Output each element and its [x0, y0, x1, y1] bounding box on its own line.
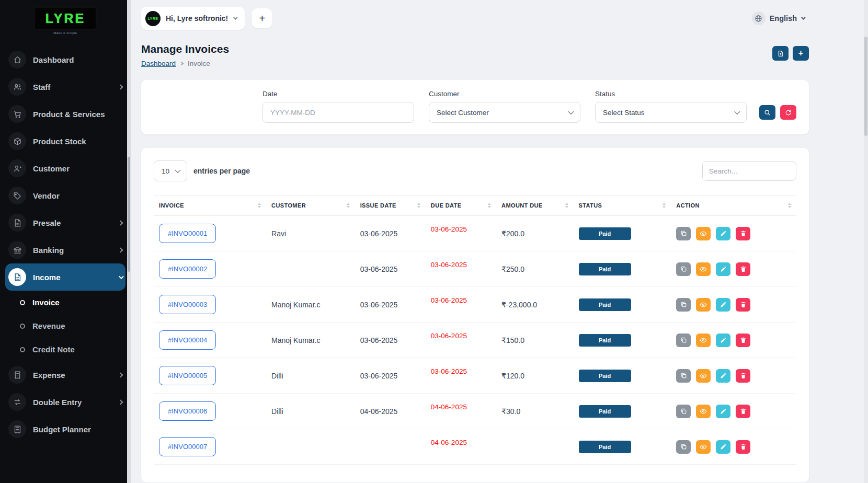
customer-select[interactable]: Select Customer [429, 102, 580, 123]
issue-date-cell: 03-06-2025 [355, 216, 426, 251]
sidebar-item-customer[interactable]: Customer [5, 155, 125, 182]
edit-button[interactable] [716, 369, 730, 383]
pencil-icon [720, 443, 727, 450]
status-badge: Paid [579, 370, 631, 382]
sidebar-item-income[interactable]: Income [5, 263, 125, 291]
sidebar-subitem-label: Credit Note [32, 345, 75, 354]
sidebar-subitem-revenue[interactable]: Revenue [5, 314, 125, 338]
status-select[interactable]: Select Status [595, 102, 747, 123]
view-button[interactable] [696, 334, 711, 347]
topbar-add-button[interactable]: + [252, 8, 272, 28]
sort-icon[interactable] [417, 203, 420, 208]
sort-icon[interactable] [788, 203, 791, 208]
view-button[interactable] [696, 262, 711, 276]
status-badge: Paid [579, 441, 631, 453]
invoice-number-button[interactable]: #INVO00003 [159, 295, 216, 314]
sidebar-scrollbar[interactable] [127, 0, 131, 483]
delete-button[interactable] [736, 334, 750, 347]
page-content: Manage Invoices Dashboard Invoice + Date [131, 37, 868, 482]
invoice-number-button[interactable]: #INVO00006 [159, 401, 216, 421]
customer-select-wrap: Select Customer [429, 102, 580, 123]
sidebar-scrollbar-thumb[interactable] [128, 157, 130, 272]
invoice-number-button[interactable]: #INVO00004 [159, 330, 216, 350]
view-button[interactable] [696, 405, 711, 418]
invoice-number-button[interactable]: #INVO00007 [159, 437, 216, 456]
edit-button[interactable] [716, 405, 730, 418]
edit-button[interactable] [716, 334, 730, 347]
page-scrollbar-thumb[interactable] [864, 37, 867, 136]
sidebar-item-label: Income [33, 273, 61, 282]
topbar: LYRE Hi, Lyre softronic! + English [131, 0, 868, 37]
amount-due-cell: ₹120.0 [496, 358, 573, 394]
apply-filter-button[interactable] [759, 105, 775, 120]
sidebar-item-product-stock[interactable]: Product Stock [5, 128, 125, 155]
trash-icon [740, 230, 747, 237]
delete-button[interactable] [736, 440, 750, 454]
edit-button[interactable] [716, 262, 730, 276]
sidebar-item-label: Product Stock [33, 137, 86, 146]
duplicate-button[interactable] [676, 298, 691, 312]
sort-icon[interactable] [488, 203, 491, 208]
sort-icon[interactable] [347, 203, 350, 208]
duplicate-button[interactable] [676, 369, 691, 383]
view-button[interactable] [696, 369, 711, 383]
sidebar: LYRE Make it simple Dashboard Staff Prod… [0, 0, 131, 483]
sidebar-item-dashboard[interactable]: Dashboard [5, 46, 125, 73]
sidebar-item-label: Vendor [33, 191, 60, 200]
sidebar-subitem-invoice[interactable]: Invoice [5, 291, 125, 314]
edit-button[interactable] [716, 298, 730, 312]
delete-button[interactable] [736, 262, 750, 276]
duplicate-button[interactable] [676, 227, 691, 240]
action-cell [671, 394, 796, 429]
language-selector[interactable]: English [752, 12, 804, 25]
reset-filter-button[interactable] [780, 105, 796, 120]
delete-button[interactable] [736, 298, 750, 312]
duplicate-button[interactable] [676, 405, 691, 418]
sidebar-subitem-credit-note[interactable]: Credit Note [5, 338, 125, 361]
entries-select[interactable]: 10 [154, 160, 187, 181]
view-button[interactable] [696, 227, 711, 240]
invoice-cell: #INVO00001 [154, 216, 266, 251]
sidebar-item-product-services[interactable]: Product & Services [5, 100, 125, 128]
duplicate-button[interactable] [676, 440, 691, 454]
user-avatar: LYRE [145, 11, 161, 26]
chevron-down-icon [801, 15, 805, 19]
invoice-number-button[interactable]: #INVO00005 [159, 366, 216, 385]
export-invoices-button[interactable] [772, 46, 789, 61]
create-invoice-button[interactable]: + [793, 46, 809, 61]
delete-button[interactable] [736, 369, 750, 383]
receipt-icon [8, 366, 26, 384]
edit-button[interactable] [716, 227, 730, 240]
date-input[interactable] [262, 102, 414, 123]
delete-button[interactable] [736, 405, 750, 418]
document-icon [8, 214, 26, 232]
sidebar-item-expense[interactable]: Expense [5, 361, 125, 388]
pencil-icon [720, 230, 727, 237]
page-scrollbar[interactable] [864, 0, 868, 483]
view-button[interactable] [696, 440, 711, 454]
trash-icon [740, 266, 747, 272]
sidebar-item-double-entry[interactable]: Double Entry [5, 388, 125, 416]
view-button[interactable] [696, 298, 711, 312]
sidebar-item-presale[interactable]: Presale [5, 209, 125, 236]
duplicate-button[interactable] [676, 334, 691, 347]
sort-icon[interactable] [663, 203, 666, 208]
delete-button[interactable] [736, 227, 750, 240]
sort-icon[interactable] [258, 203, 261, 208]
row-actions [676, 262, 791, 276]
invoice-number-button[interactable]: #INVO00001 [159, 224, 216, 243]
sidebar-item-staff[interactable]: Staff [5, 73, 125, 100]
duplicate-button[interactable] [676, 262, 691, 276]
sidebar-item-banking[interactable]: Banking [5, 236, 125, 263]
invoice-number-button[interactable]: #INVO00002 [159, 259, 216, 279]
bank-icon [8, 241, 26, 259]
sort-icon[interactable] [565, 203, 568, 208]
edit-button[interactable] [716, 440, 730, 454]
sidebar-item-budget-planner[interactable]: Budget Planner [5, 416, 125, 443]
app-logo: LYRE Make it simple [0, 6, 131, 34]
table-row: #INVO00007 04-06-2025 Paid [154, 429, 796, 465]
search-input[interactable] [702, 161, 796, 181]
user-menu[interactable]: LYRE Hi, Lyre softronic! [141, 7, 245, 30]
breadcrumb-dashboard-link[interactable]: Dashboard [141, 60, 176, 67]
sidebar-item-vendor[interactable]: Vendor [5, 182, 125, 209]
